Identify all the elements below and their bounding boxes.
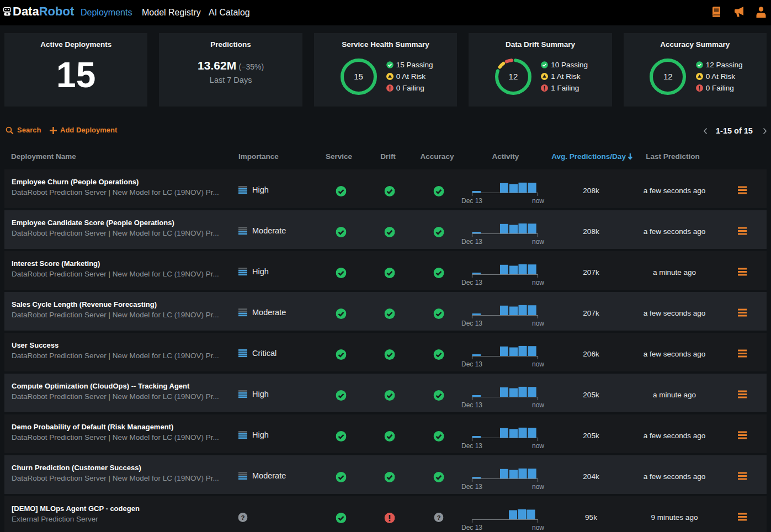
- svg-text:Dec 13: Dec 13: [461, 320, 482, 327]
- svg-text:now: now: [532, 238, 544, 246]
- svg-text:now: now: [532, 360, 544, 368]
- svg-text:now: now: [532, 279, 544, 286]
- svg-text:now: now: [532, 197, 544, 205]
- svg-text:Dec 13: Dec 13: [461, 442, 482, 450]
- svg-text:now: now: [532, 483, 544, 491]
- svg-text:?: ?: [241, 514, 244, 521]
- svg-text:Dec 13: Dec 13: [461, 483, 482, 491]
- svg-text:Dec 13: Dec 13: [461, 238, 482, 246]
- svg-text:Dec 13: Dec 13: [461, 360, 482, 368]
- svg-text:now: now: [532, 401, 544, 409]
- svg-text:Dec 13: Dec 13: [461, 279, 482, 286]
- svg-text:now: now: [532, 524, 544, 531]
- svg-text:now: now: [532, 320, 544, 327]
- svg-text:Dec 13: Dec 13: [461, 524, 482, 531]
- svg-text:Dec 13: Dec 13: [461, 197, 482, 205]
- svg-text:now: now: [532, 442, 544, 450]
- svg-text:?: ?: [437, 514, 440, 521]
- svg-text:Dec 13: Dec 13: [461, 401, 482, 409]
